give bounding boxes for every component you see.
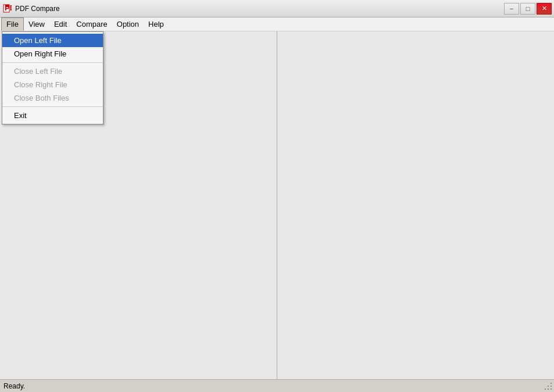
- title-bar: PDF PDF Compare − □ ✕: [0, 0, 554, 17]
- menu-item-compare[interactable]: Compare: [72, 18, 112, 30]
- menu-close-right-file[interactable]: Close Right File: [2, 78, 103, 91]
- maximize-button[interactable]: □: [520, 3, 535, 15]
- resize-dot: [548, 389, 549, 390]
- menu-open-right-file[interactable]: Open Right File: [2, 47, 103, 60]
- close-button[interactable]: ✕: [537, 3, 552, 15]
- menu-item-view[interactable]: View: [24, 18, 49, 30]
- menu-close-left-file[interactable]: Close Left File: [2, 65, 103, 78]
- menu-exit[interactable]: Exit: [2, 109, 103, 122]
- menu-bar: File Open Left File Open Right File Clos…: [0, 17, 554, 31]
- title-text: PDF Compare: [15, 5, 60, 13]
- app-icon: PDF: [2, 4, 12, 13]
- status-bar: Ready.: [0, 379, 554, 392]
- resize-dot: [545, 389, 546, 390]
- menu-close-both-files[interactable]: Close Both Files: [2, 91, 103, 105]
- menu-item-file[interactable]: File Open Left File Open Right File Clos…: [1, 17, 24, 31]
- menu-item-option[interactable]: Option: [112, 18, 144, 30]
- menu-item-edit[interactable]: Edit: [49, 18, 72, 30]
- menu-separator-1: [2, 62, 103, 63]
- title-buttons: − □ ✕: [504, 3, 552, 15]
- resize-handle[interactable]: [545, 383, 553, 391]
- menu-item-help[interactable]: Help: [144, 18, 169, 30]
- svg-text:PDF: PDF: [5, 4, 12, 12]
- minimize-button[interactable]: −: [504, 3, 519, 15]
- right-pane: [277, 31, 554, 379]
- title-bar-left: PDF PDF Compare: [2, 4, 60, 13]
- resize-dot: [548, 386, 549, 387]
- status-text: Ready.: [3, 382, 25, 390]
- menu-open-left-file[interactable]: Open Left File: [2, 34, 103, 47]
- resize-dot: [551, 386, 552, 387]
- file-dropdown: Open Left File Open Right File Close Lef…: [2, 31, 103, 124]
- resize-dot: [551, 383, 552, 384]
- menu-separator-2: [2, 106, 103, 107]
- resize-dot: [551, 389, 552, 390]
